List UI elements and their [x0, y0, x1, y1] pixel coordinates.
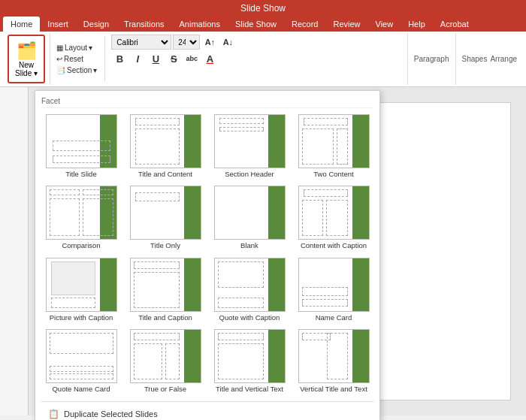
- layout-dropdown: Facet Title Slide: [35, 90, 380, 420]
- layout-quote-name-card[interactable]: Quote Name Card: [41, 328, 121, 394]
- layout-thumb-blank: [214, 186, 286, 240]
- layout-thumb-section-header: [214, 114, 286, 168]
- dropdown-divider-1: [41, 401, 373, 402]
- layout-grid: Title Slide Title and Content Section: [41, 113, 373, 395]
- layout-thumb-name-card: [298, 258, 370, 312]
- layout-title-content[interactable]: Title and Content: [125, 113, 205, 180]
- layout-picture-caption[interactable]: Picture with Caption: [41, 256, 121, 323]
- layout-name-card[interactable]: Name Card: [294, 256, 373, 323]
- section-icon: 📑: [56, 66, 65, 74]
- ribbon-spacer: [237, 33, 407, 85]
- font-family-selector[interactable]: Calibri: [111, 35, 171, 50]
- layout-thumb-title-vertical: [214, 329, 286, 383]
- layout-label-comparison: Comparison: [62, 241, 100, 249]
- layout-thumb-title-only: [130, 186, 201, 240]
- layout-label-title-vertical: Title and Vertical Text: [216, 385, 283, 393]
- tab-record[interactable]: Record: [284, 17, 325, 32]
- increase-font-button[interactable]: A↑: [201, 35, 218, 50]
- layout-content-caption[interactable]: Content with Caption: [294, 184, 373, 251]
- font-color-button[interactable]: A: [201, 51, 218, 66]
- reset-button[interactable]: ↩ Reset: [53, 54, 100, 64]
- layout-thumb-quote-name-card: [46, 329, 117, 383]
- new-slide-group: 🗂️ NewSlide ▾: [3, 33, 50, 85]
- layout-icon: ▦: [56, 44, 63, 52]
- layout-thumb-quote-caption: [214, 258, 286, 312]
- tab-insert[interactable]: Insert: [40, 17, 76, 32]
- ribbon-divider-1: [104, 36, 105, 82]
- layout-label-vertical-title: Vertical Title and Text: [300, 385, 367, 393]
- layout-comparison[interactable]: Comparison: [41, 184, 121, 251]
- layout-thumb-picture-caption: [46, 258, 117, 312]
- font-group-label: [111, 82, 236, 83]
- layout-vertical-title[interactable]: Vertical Title and Text: [294, 328, 373, 394]
- strikethrough-button[interactable]: S: [165, 51, 182, 66]
- shadow-button[interactable]: abc: [183, 51, 200, 66]
- layout-label-title-caption: Title and Caption: [138, 313, 192, 322]
- title-text: Slide Show: [240, 3, 286, 14]
- layout-thumb-vertical-title: [298, 329, 370, 383]
- tab-slideshow[interactable]: Slide Show: [228, 17, 284, 32]
- title-bar: Slide Show: [0, 0, 526, 17]
- layout-true-false[interactable]: True or False: [125, 328, 205, 394]
- tab-acrobat[interactable]: Acrobat: [433, 17, 476, 32]
- layout-label-section-header: Section Header: [225, 170, 274, 178]
- ribbon-tabs: Home Insert Design Transitions Animation…: [0, 17, 526, 32]
- tab-help[interactable]: Help: [401, 17, 433, 32]
- tab-transitions[interactable]: Transitions: [116, 17, 171, 32]
- tab-review[interactable]: Review: [325, 17, 367, 32]
- new-slide-label: NewSlide ▾: [15, 61, 38, 77]
- tab-animations[interactable]: Animations: [172, 17, 228, 32]
- layout-title-slide[interactable]: Title Slide: [41, 113, 121, 180]
- layout-section-header[interactable]: Section Header: [210, 113, 289, 180]
- dropdown-title: Facet: [41, 97, 373, 108]
- tab-view[interactable]: View: [368, 17, 401, 32]
- layout-two-content[interactable]: Two Content: [294, 113, 373, 180]
- decrease-font-button[interactable]: A↓: [219, 35, 236, 50]
- layout-label-title-slide: Title Slide: [65, 170, 96, 178]
- layout-label-title-only: Title Only: [150, 241, 180, 249]
- layout-label-blank: Blank: [240, 241, 258, 249]
- layout-thumb-title-slide: [46, 114, 117, 168]
- underline-button[interactable]: U: [147, 51, 164, 66]
- layout-label-two-content: Two Content: [313, 170, 353, 178]
- reset-icon: ↩: [56, 55, 62, 63]
- layout-title-caption[interactable]: Title and Caption: [125, 256, 205, 323]
- layout-label-title-content: Title and Content: [138, 170, 192, 178]
- font-size-selector[interactable]: 24: [173, 35, 200, 50]
- layout-button[interactable]: ▦ Layout ▾: [53, 43, 100, 53]
- new-slide-button[interactable]: 🗂️ NewSlide ▾: [8, 35, 45, 83]
- layout-title-only[interactable]: Title Only: [125, 184, 205, 251]
- layout-group: ▦ Layout ▾ ↩ Reset 📑 Section ▾: [53, 33, 100, 85]
- main-area: d title Facet Title Slide: [0, 87, 526, 415]
- font-group: Calibri 24 A↑ A↓ B I U S abc A: [110, 33, 237, 85]
- layout-thumb-content-caption: [298, 186, 370, 240]
- italic-button[interactable]: I: [129, 51, 146, 66]
- bold-button[interactable]: B: [111, 51, 128, 66]
- paragraph-group-label: Paragraph: [407, 33, 455, 85]
- section-button[interactable]: 📑 Section ▾: [53, 65, 100, 75]
- layout-title-vertical[interactable]: Title and Vertical Text: [210, 328, 289, 394]
- layout-thumb-comparison: [46, 186, 117, 240]
- ribbon: 🗂️ NewSlide ▾ ▦ Layout ▾ ↩ Reset 📑 Secti…: [0, 32, 526, 87]
- arrange-label: Arrange: [490, 55, 517, 63]
- tab-design[interactable]: Design: [76, 17, 116, 32]
- layout-label-true-false: True or False: [144, 385, 186, 393]
- slides-icon: 🗂️: [17, 41, 37, 61]
- shapes-label: Shapes: [462, 55, 488, 63]
- slide-panel: [0, 87, 29, 415]
- layout-thumb-two-content: [298, 114, 370, 168]
- layout-label-quote-name-card: Quote Name Card: [52, 385, 110, 393]
- drawing-group: Shapes Arrange: [455, 33, 524, 85]
- layout-label-name-card: Name Card: [316, 313, 352, 322]
- duplicate-slides-item[interactable]: 📋 Duplicate Selected Slides: [41, 405, 373, 420]
- layout-thumb-title-caption: [130, 258, 201, 312]
- layout-quote-caption[interactable]: Quote with Caption: [210, 256, 289, 323]
- layout-label-picture-caption: Picture with Caption: [50, 313, 113, 322]
- tab-home[interactable]: Home: [3, 17, 40, 32]
- layout-blank[interactable]: Blank: [210, 184, 289, 251]
- duplicate-icon: 📋: [47, 408, 59, 420]
- layout-label-content-caption: Content with Caption: [301, 241, 367, 249]
- layout-label-quote-caption: Quote with Caption: [219, 313, 280, 322]
- layout-thumb-true-false: [130, 329, 201, 383]
- layout-thumb-title-content: [130, 114, 201, 168]
